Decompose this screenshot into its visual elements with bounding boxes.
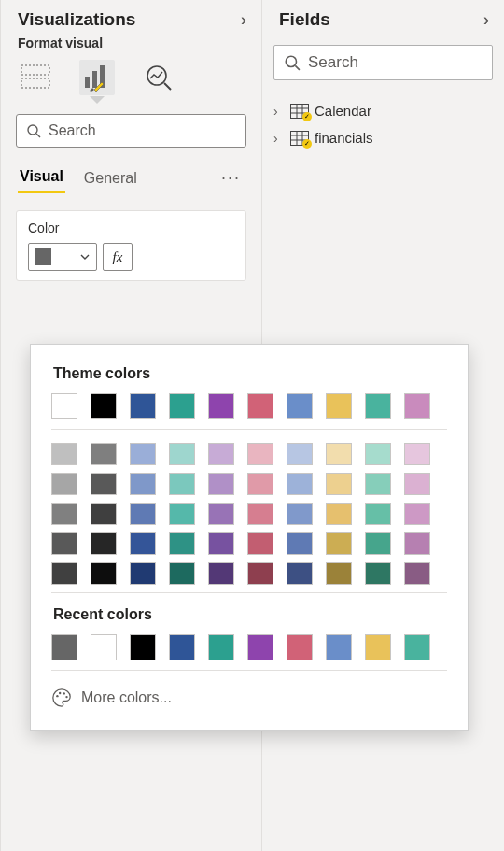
color-swatch[interactable]	[130, 562, 156, 585]
color-swatch[interactable]	[404, 473, 430, 495]
svg-point-23	[63, 692, 65, 694]
color-swatch[interactable]	[404, 443, 430, 465]
fx-button[interactable]: fx	[103, 243, 133, 271]
color-swatch[interactable]	[208, 634, 234, 660]
color-swatch[interactable]	[287, 562, 313, 585]
color-swatch[interactable]	[130, 443, 156, 465]
color-swatch[interactable]	[169, 473, 195, 495]
color-swatch[interactable]	[326, 634, 352, 660]
color-swatch[interactable]	[326, 532, 352, 555]
color-swatch[interactable]	[130, 473, 156, 495]
color-dropdown[interactable]	[28, 243, 97, 271]
color-swatch[interactable]	[208, 503, 234, 525]
color-swatch[interactable]	[91, 473, 117, 495]
more-colors-button[interactable]: More colors...	[51, 684, 447, 710]
color-swatch[interactable]	[326, 443, 352, 465]
collapse-viz-pane-button[interactable]: ››	[241, 10, 246, 30]
color-swatch[interactable]	[130, 503, 156, 525]
color-swatch[interactable]	[51, 532, 77, 555]
color-swatch[interactable]	[326, 562, 352, 585]
color-swatch[interactable]	[247, 634, 273, 660]
table-icon: ✓	[290, 104, 309, 119]
color-swatch[interactable]	[208, 443, 234, 465]
color-swatch[interactable]	[365, 532, 391, 555]
fields-title: Fields	[279, 9, 330, 30]
svg-line-6	[164, 83, 171, 90]
color-swatch[interactable]	[130, 393, 156, 419]
color-swatch[interactable]	[365, 634, 391, 660]
color-swatch[interactable]	[287, 393, 313, 419]
more-colors-label: More colors...	[81, 689, 172, 706]
current-color-swatch	[35, 248, 51, 265]
color-swatch[interactable]	[365, 443, 391, 465]
color-swatch[interactable]	[51, 393, 77, 419]
color-swatch[interactable]	[247, 443, 273, 465]
format-search-input[interactable]: Search	[16, 114, 246, 148]
color-swatch[interactable]	[247, 393, 273, 419]
color-swatch[interactable]	[51, 473, 77, 495]
color-swatch[interactable]	[365, 473, 391, 495]
color-swatch[interactable]	[287, 443, 313, 465]
color-swatch[interactable]	[287, 532, 313, 555]
color-swatch[interactable]	[326, 473, 352, 495]
color-swatch[interactable]	[287, 473, 313, 495]
color-swatch[interactable]	[247, 503, 273, 525]
color-swatch[interactable]	[91, 393, 117, 419]
color-swatch[interactable]	[365, 393, 391, 419]
color-swatch[interactable]	[326, 393, 352, 419]
color-swatch[interactable]	[404, 532, 430, 555]
color-swatch[interactable]	[247, 532, 273, 555]
color-swatch[interactable]	[91, 562, 117, 585]
color-swatch[interactable]	[365, 562, 391, 585]
build-visual-tab-icon[interactable]	[18, 60, 53, 95]
color-swatch[interactable]	[404, 393, 430, 419]
color-swatch[interactable]	[169, 443, 195, 465]
format-visual-tab-icon[interactable]	[79, 60, 115, 95]
tab-general[interactable]: General	[82, 164, 139, 192]
color-swatch[interactable]	[247, 473, 273, 495]
color-swatch[interactable]	[404, 503, 430, 525]
recent-colors-heading: Recent colors	[53, 606, 445, 623]
collapse-fields-pane-button[interactable]: ››	[483, 10, 489, 30]
color-label: Color	[28, 220, 234, 243]
color-swatch[interactable]	[51, 634, 77, 660]
analytics-tab-icon[interactable]	[141, 60, 176, 95]
color-swatch[interactable]	[169, 503, 195, 525]
color-swatch[interactable]	[208, 562, 234, 585]
color-swatch[interactable]	[130, 634, 156, 660]
color-swatch[interactable]	[51, 503, 77, 525]
color-swatch[interactable]	[404, 562, 430, 585]
color-swatch[interactable]	[247, 562, 273, 585]
color-swatch[interactable]	[91, 634, 117, 660]
svg-line-10	[295, 65, 300, 70]
color-swatch[interactable]	[287, 503, 313, 525]
tab-overflow-button[interactable]: ···	[221, 168, 245, 188]
format-search-placeholder: Search	[49, 122, 96, 139]
table-icon: ✓	[290, 131, 309, 146]
svg-rect-3	[92, 71, 97, 88]
color-swatch[interactable]	[365, 503, 391, 525]
color-swatch[interactable]	[404, 634, 430, 660]
svg-point-24	[65, 696, 67, 698]
fields-search-input[interactable]: Search	[273, 45, 493, 80]
color-swatch[interactable]	[208, 473, 234, 495]
color-swatch[interactable]	[91, 532, 117, 555]
color-swatch[interactable]	[130, 532, 156, 555]
color-swatch[interactable]	[208, 532, 234, 555]
color-swatch[interactable]	[169, 634, 195, 660]
color-swatch[interactable]	[326, 503, 352, 525]
color-card: Color fx	[16, 210, 246, 281]
color-picker-popout: Theme colors Recent colors More colors..…	[30, 344, 469, 731]
color-swatch[interactable]	[51, 562, 77, 585]
color-swatch[interactable]	[208, 393, 234, 419]
field-table-item[interactable]: ›✓Calendar	[270, 97, 497, 124]
color-swatch[interactable]	[287, 634, 313, 660]
color-swatch[interactable]	[169, 562, 195, 585]
color-swatch[interactable]	[51, 443, 77, 465]
color-swatch[interactable]	[91, 443, 117, 465]
field-table-item[interactable]: ›✓financials	[270, 124, 497, 151]
tab-visual[interactable]: Visual	[18, 163, 65, 193]
color-swatch[interactable]	[91, 503, 117, 525]
color-swatch[interactable]	[169, 532, 195, 555]
color-swatch[interactable]	[169, 393, 195, 419]
